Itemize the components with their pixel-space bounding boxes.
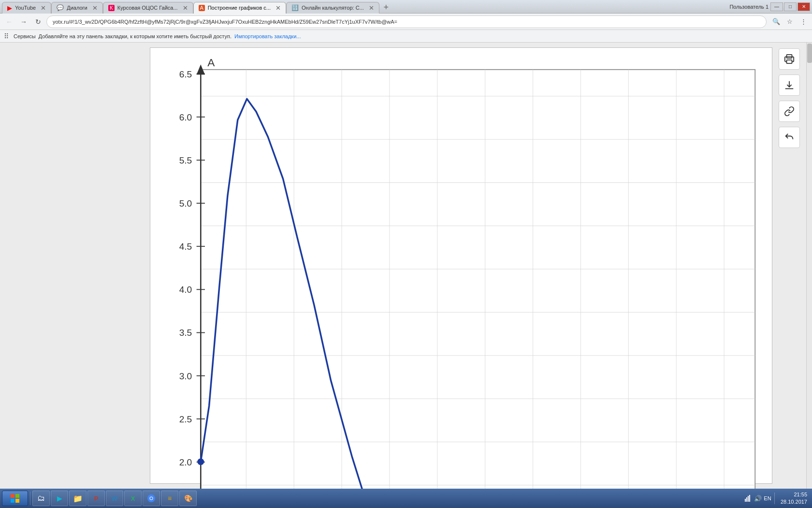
- taskbar-apps: 🗂 ▶ 📁 P W X ≡: [32, 491, 744, 506]
- back-button[interactable]: ←: [3, 15, 15, 28]
- nav-icons: 🔍 ☆ ⋮: [770, 16, 809, 28]
- taskbar: 🗂 ▶ 📁 P W X ≡: [0, 489, 812, 508]
- tray-lang-icon[interactable]: EN: [764, 494, 771, 502]
- tab-youtube-label: YouTube: [15, 5, 36, 11]
- reload-button[interactable]: ↻: [32, 15, 44, 28]
- tray-time: 21:55: [781, 491, 807, 498]
- bookmarks-services-label: Сервисы: [14, 33, 36, 39]
- download-button[interactable]: [779, 75, 800, 96]
- import-bookmarks-link[interactable]: Импортировать закладки...: [234, 33, 301, 39]
- scrollbar-right[interactable]: [806, 43, 812, 489]
- address-text: yotx.ru/#!1/3_wv2D/QPG6b4RQ/hf2zftH@yfMs…: [53, 19, 397, 25]
- svg-text:2.0: 2.0: [179, 457, 192, 467]
- tab-kursovaya[interactable]: К Курсовая ОЦОС Гайса... ✕: [103, 2, 193, 14]
- svg-text:3.5: 3.5: [179, 328, 192, 338]
- svg-rect-62: [11, 494, 14, 498]
- svg-rect-72: [749, 495, 750, 502]
- star-icon[interactable]: ☆: [784, 16, 796, 28]
- media-icon: ▶: [55, 494, 64, 503]
- tab-dialogi[interactable]: 💬 Диалоги ✕: [51, 2, 103, 14]
- taskbar-app-excel[interactable]: X: [124, 491, 142, 506]
- svg-text:6.5: 6.5: [179, 69, 192, 79]
- titlebar: ▶ YouTube ✕ 💬 Диалоги ✕ К Курсовая ОЦОС …: [0, 0, 812, 14]
- taskbar-tray: 🔊 EN 21:55 28.10.2017: [744, 491, 810, 506]
- tab-kalkulyator-favicon: 🔢: [291, 4, 299, 11]
- taskbar-app-files[interactable]: 📁: [69, 491, 87, 506]
- svg-rect-70: [746, 497, 747, 502]
- bookmarks-hint: Добавляйте на эту панель закладки, к кот…: [39, 33, 232, 39]
- tab-kursovaya-favicon: К: [108, 5, 115, 11]
- svg-text:4.0: 4.0: [179, 284, 192, 295]
- taskbar-app-explorer[interactable]: 🗂: [32, 491, 50, 506]
- taskbar-app-chrome[interactable]: [143, 491, 160, 506]
- scroll-thumb[interactable]: [807, 44, 812, 63]
- word-icon: W: [110, 494, 119, 503]
- maximize-button[interactable]: □: [784, 2, 797, 11]
- share-button[interactable]: [779, 127, 800, 148]
- apps-icon[interactable]: ⠿: [4, 32, 9, 40]
- svg-point-68: [150, 497, 153, 500]
- code-icon: ≡: [165, 494, 174, 503]
- svg-text:5.0: 5.0: [179, 198, 192, 209]
- paint-icon: 🎨: [184, 494, 192, 503]
- content-area: A f 0 0.5 1.0 1.5 2.0: [0, 43, 812, 489]
- svg-rect-69: [745, 499, 746, 502]
- tab-kalkulyator[interactable]: 🔢 Онлайн калькулятор: C... ✕: [286, 2, 379, 14]
- taskbar-divider: [30, 492, 30, 505]
- left-sidebar: [0, 43, 150, 489]
- svg-rect-63: [15, 494, 19, 498]
- tray-clock[interactable]: 21:55 28.10.2017: [778, 491, 810, 506]
- new-tab-button[interactable]: +: [379, 2, 393, 14]
- taskbar-app-paint[interactable]: 🎨: [179, 491, 197, 506]
- link-button[interactable]: [779, 101, 800, 122]
- taskbar-app-ppt[interactable]: P: [87, 491, 105, 506]
- navbar: ← → ↻ yotx.ru/#!1/3_wv2D/QPG6b4RQ/hf2zft…: [0, 14, 812, 30]
- svg-rect-61: [787, 60, 792, 63]
- chart-svg: A f 0 0.5 1.0 1.5 2.0: [150, 53, 772, 508]
- tab-kursovaya-label: Курсовая ОЦОС Гайса...: [117, 5, 178, 11]
- explorer-icon: 🗂: [37, 494, 45, 503]
- taskbar-app-code[interactable]: ≡: [161, 491, 178, 506]
- taskbar-app-media[interactable]: ▶: [51, 491, 68, 506]
- tab-grafiki[interactable]: A Построение графиков с... ✕: [193, 2, 286, 14]
- forward-button[interactable]: →: [17, 15, 30, 28]
- y-axis-label: A: [207, 57, 215, 69]
- tab-grafiki-label: Построение графиков с...: [208, 5, 271, 11]
- tab-dialogi-favicon: 💬: [57, 4, 64, 11]
- svg-text:2.5: 2.5: [179, 414, 192, 424]
- tab-grafiki-favicon: A: [199, 5, 205, 11]
- tray-date: 28.10.2017: [781, 498, 807, 506]
- svg-rect-65: [15, 499, 19, 503]
- print-button[interactable]: [779, 48, 800, 70]
- svg-text:3.0: 3.0: [179, 371, 192, 381]
- svg-rect-1: [201, 70, 755, 508]
- svg-text:5.5: 5.5: [179, 155, 192, 165]
- tab-dialogi-close[interactable]: ✕: [92, 4, 98, 12]
- tab-kalkulyator-label: Онлайн калькулятор: C...: [302, 5, 364, 11]
- svg-text:4.5: 4.5: [179, 241, 192, 252]
- tab-youtube-close[interactable]: ✕: [41, 4, 46, 12]
- tray-divider: [774, 493, 775, 504]
- start-button[interactable]: [2, 491, 28, 506]
- chart-svg-wrap: A f 0 0.5 1.0 1.5 2.0: [150, 48, 772, 508]
- tray-sound-icon: 🔊: [754, 494, 762, 502]
- user-label: Пользователь 1: [729, 4, 768, 10]
- taskbar-app-word[interactable]: W: [106, 491, 123, 506]
- window-controls: — □ ✕: [770, 2, 810, 11]
- chart-container: A f 0 0.5 1.0 1.5 2.0: [150, 47, 772, 484]
- search-icon[interactable]: 🔍: [770, 16, 782, 28]
- tab-youtube[interactable]: ▶ YouTube ✕: [2, 2, 51, 14]
- right-sidebar: [772, 43, 806, 489]
- tab-kursovaya-close[interactable]: ✕: [183, 4, 188, 12]
- tab-kalkulyator-close[interactable]: ✕: [369, 4, 374, 12]
- chrome-icon: [147, 494, 156, 503]
- tab-youtube-favicon: ▶: [7, 4, 12, 12]
- close-button[interactable]: ✕: [798, 2, 810, 11]
- bookmarks-bar: ⠿ Сервисы Добавляйте на эту панель закла…: [0, 30, 812, 43]
- address-bar[interactable]: yotx.ru/#!1/3_wv2D/QPG6b4RQ/hf2zftH@yfMs…: [46, 15, 767, 28]
- minimize-button[interactable]: —: [770, 2, 783, 11]
- tab-grafiki-close[interactable]: ✕: [276, 4, 281, 12]
- tab-dialogi-label: Диалоги: [67, 5, 87, 11]
- svg-text:6.0: 6.0: [179, 112, 192, 122]
- settings-icon[interactable]: ⋮: [798, 16, 809, 28]
